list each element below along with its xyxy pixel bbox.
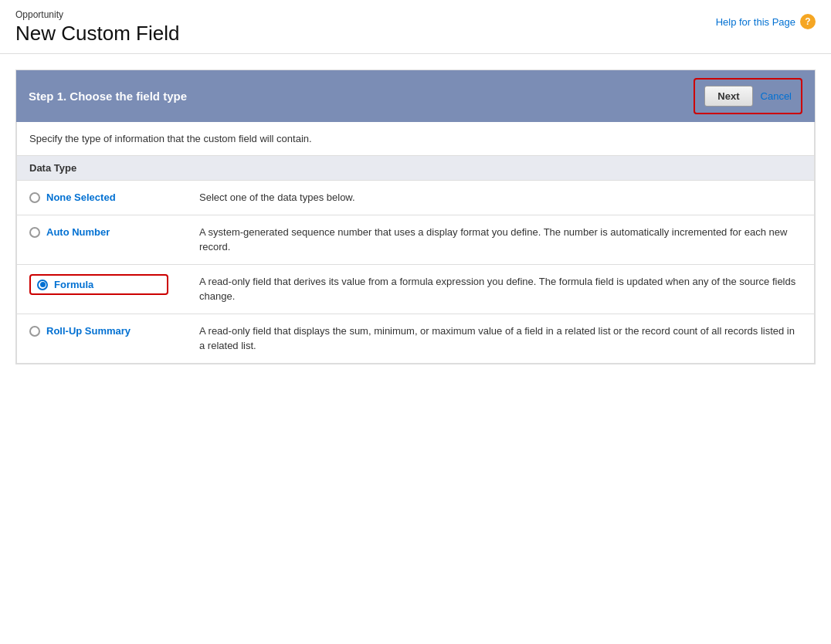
data-type-header: Data Type [17, 156, 814, 181]
help-link[interactable]: Help for this Page [716, 16, 795, 28]
object-name: Opportunity [15, 9, 179, 20]
description-text: Specify the type of information that the… [29, 133, 312, 144]
page-header: Opportunity New Custom Field Help for th… [0, 0, 831, 54]
radio-desc-formula: A read-only field that derives its value… [199, 274, 802, 304]
radio-cell-formula[interactable]: Formula [29, 274, 199, 295]
radio-cell-auto-number[interactable]: Auto Number [29, 225, 199, 238]
step-header-title: Step 1. Choose the field type [29, 90, 187, 103]
next-button[interactable]: Next [704, 86, 752, 107]
header-left: Opportunity New Custom Field [15, 9, 179, 46]
radio-label-formula[interactable]: Formula [54, 279, 93, 290]
step-header: Step 1. Choose the field type Next Cance… [16, 70, 815, 122]
step-description: Specify the type of information that the… [16, 122, 815, 156]
step-section: Step 1. Choose the field type Next Cance… [15, 69, 816, 364]
help-icon[interactable]: ? [800, 14, 816, 29]
formula-radio-box[interactable]: Formula [29, 274, 168, 295]
radio-none[interactable] [29, 192, 40, 203]
radio-label-auto-number[interactable]: Auto Number [46, 226, 110, 238]
radio-desc-roll-up: A read-only field that displays the sum,… [199, 324, 802, 354]
step-actions-box: Next Cancel [694, 78, 802, 114]
radio-formula[interactable] [37, 280, 48, 290]
cancel-button[interactable]: Cancel [761, 90, 792, 102]
radio-roll-up[interactable] [29, 326, 40, 337]
radio-row-formula: Formula A read-only field that derives i… [17, 265, 814, 314]
radio-cell-none[interactable]: None Selected [29, 190, 199, 203]
radio-cell-roll-up[interactable]: Roll-Up Summary [29, 324, 199, 337]
radio-row-roll-up: Roll-Up Summary A read-only field that d… [17, 314, 814, 363]
radio-row-none: None Selected Select one of the data typ… [17, 181, 814, 215]
page-title: New Custom Field [15, 22, 179, 46]
data-type-section: Data Type None Selected Select one of th… [16, 156, 815, 364]
radio-desc-auto-number: A system-generated sequence number that … [199, 225, 802, 255]
radio-label-none[interactable]: None Selected [46, 192, 116, 203]
radio-auto-number[interactable] [29, 227, 40, 238]
main-content: Step 1. Choose the field type Next Cance… [0, 54, 831, 380]
radio-desc-none: Select one of the data types below. [199, 190, 802, 205]
header-right: Help for this Page ? [716, 14, 816, 29]
radio-row-auto-number: Auto Number A system-generated sequence … [17, 215, 814, 265]
radio-label-roll-up[interactable]: Roll-Up Summary [46, 325, 131, 337]
